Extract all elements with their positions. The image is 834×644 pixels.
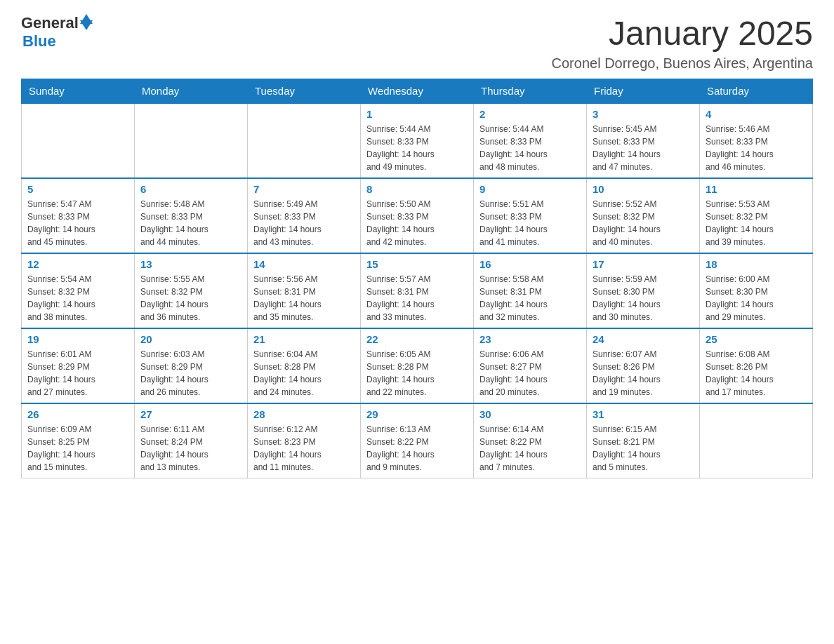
- day-number: 16: [479, 258, 581, 270]
- logo-general-text: General: [21, 14, 79, 32]
- calendar-cell: 9Sunrise: 5:51 AMSunset: 8:33 PMDaylight…: [474, 178, 587, 253]
- day-of-week-saturday: Saturday: [700, 79, 813, 104]
- day-of-week-tuesday: Tuesday: [248, 79, 361, 104]
- calendar-cell: [700, 403, 813, 478]
- day-number: 2: [479, 108, 581, 120]
- calendar-cell: 3Sunrise: 5:45 AMSunset: 8:33 PMDaylight…: [587, 103, 700, 178]
- days-of-week-row: SundayMondayTuesdayWednesdayThursdayFrid…: [22, 79, 813, 104]
- day-number: 21: [253, 333, 355, 345]
- day-info: Sunrise: 6:05 AMSunset: 8:28 PMDaylight:…: [366, 348, 468, 398]
- day-number: 19: [27, 333, 128, 345]
- calendar-table: SundayMondayTuesdayWednesdayThursdayFrid…: [21, 79, 813, 478]
- calendar-cell: 25Sunrise: 6:08 AMSunset: 8:26 PMDayligh…: [700, 328, 813, 403]
- calendar-cell: [248, 103, 361, 178]
- day-info: Sunrise: 5:57 AMSunset: 8:31 PMDaylight:…: [366, 273, 468, 323]
- day-of-week-thursday: Thursday: [474, 79, 587, 104]
- day-number: 31: [593, 408, 694, 420]
- day-info: Sunrise: 6:15 AMSunset: 8:21 PMDaylight:…: [593, 423, 694, 474]
- day-number: 3: [593, 108, 694, 120]
- calendar-week-1: 1Sunrise: 5:44 AMSunset: 8:33 PMDaylight…: [22, 103, 813, 178]
- day-info: Sunrise: 5:58 AMSunset: 8:31 PMDaylight:…: [479, 273, 581, 323]
- day-number: 15: [366, 258, 468, 270]
- day-number: 27: [140, 408, 241, 420]
- day-info: Sunrise: 5:46 AMSunset: 8:33 PMDaylight:…: [706, 123, 807, 173]
- calendar-cell: 27Sunrise: 6:11 AMSunset: 8:24 PMDayligh…: [135, 403, 248, 478]
- calendar-cell: 22Sunrise: 6:05 AMSunset: 8:28 PMDayligh…: [361, 328, 474, 403]
- day-number: 4: [706, 108, 807, 120]
- title-area: January 2025 Coronel Dorrego, Buenos Air…: [552, 14, 813, 72]
- calendar-week-3: 12Sunrise: 5:54 AMSunset: 8:32 PMDayligh…: [22, 253, 813, 328]
- day-info: Sunrise: 5:44 AMSunset: 8:33 PMDaylight:…: [479, 123, 581, 173]
- calendar-cell: 14Sunrise: 5:56 AMSunset: 8:31 PMDayligh…: [248, 253, 361, 328]
- day-number: 29: [366, 408, 468, 420]
- calendar-week-4: 19Sunrise: 6:01 AMSunset: 8:29 PMDayligh…: [22, 328, 813, 403]
- day-number: 6: [140, 183, 241, 195]
- day-info: Sunrise: 6:13 AMSunset: 8:22 PMDaylight:…: [366, 423, 468, 474]
- calendar-week-2: 5Sunrise: 5:47 AMSunset: 8:33 PMDaylight…: [22, 178, 813, 253]
- calendar-cell: 7Sunrise: 5:49 AMSunset: 8:33 PMDaylight…: [248, 178, 361, 253]
- calendar-cell: 6Sunrise: 5:48 AMSunset: 8:33 PMDaylight…: [135, 178, 248, 253]
- calendar-cell: 29Sunrise: 6:13 AMSunset: 8:22 PMDayligh…: [361, 403, 474, 478]
- day-of-week-friday: Friday: [587, 79, 700, 104]
- day-of-week-monday: Monday: [135, 79, 248, 104]
- day-number: 8: [366, 183, 468, 195]
- month-title: January 2025: [552, 14, 813, 53]
- day-info: Sunrise: 6:03 AMSunset: 8:29 PMDaylight:…: [140, 348, 241, 398]
- day-info: Sunrise: 6:06 AMSunset: 8:27 PMDaylight:…: [479, 348, 581, 398]
- day-number: 7: [253, 183, 355, 195]
- day-of-week-sunday: Sunday: [22, 79, 135, 104]
- calendar-body: 1Sunrise: 5:44 AMSunset: 8:33 PMDaylight…: [22, 103, 813, 478]
- day-info: Sunrise: 6:01 AMSunset: 8:29 PMDaylight:…: [27, 348, 128, 398]
- day-info: Sunrise: 5:51 AMSunset: 8:33 PMDaylight:…: [479, 198, 581, 248]
- day-info: Sunrise: 5:53 AMSunset: 8:32 PMDaylight:…: [706, 198, 807, 248]
- calendar-cell: 26Sunrise: 6:09 AMSunset: 8:25 PMDayligh…: [22, 403, 135, 478]
- calendar-cell: 16Sunrise: 5:58 AMSunset: 8:31 PMDayligh…: [474, 253, 587, 328]
- calendar-week-5: 26Sunrise: 6:09 AMSunset: 8:25 PMDayligh…: [22, 403, 813, 478]
- day-number: 17: [593, 258, 694, 270]
- day-number: 28: [253, 408, 355, 420]
- day-info: Sunrise: 6:04 AMSunset: 8:28 PMDaylight:…: [253, 348, 355, 398]
- calendar-cell: 24Sunrise: 6:07 AMSunset: 8:26 PMDayligh…: [587, 328, 700, 403]
- logo-blue-text: Blue: [22, 32, 56, 51]
- calendar-cell: 15Sunrise: 5:57 AMSunset: 8:31 PMDayligh…: [361, 253, 474, 328]
- calendar-cell: 17Sunrise: 5:59 AMSunset: 8:30 PMDayligh…: [587, 253, 700, 328]
- day-info: Sunrise: 6:09 AMSunset: 8:25 PMDaylight:…: [27, 423, 128, 474]
- page-header: General Blue January 2025 Coronel Dorreg…: [21, 14, 813, 72]
- day-info: Sunrise: 5:50 AMSunset: 8:33 PMDaylight:…: [366, 198, 468, 248]
- day-info: Sunrise: 5:49 AMSunset: 8:33 PMDaylight:…: [253, 198, 355, 248]
- calendar-cell: 23Sunrise: 6:06 AMSunset: 8:27 PMDayligh…: [474, 328, 587, 403]
- calendar-cell: 4Sunrise: 5:46 AMSunset: 8:33 PMDaylight…: [700, 103, 813, 178]
- calendar-cell: 13Sunrise: 5:55 AMSunset: 8:32 PMDayligh…: [135, 253, 248, 328]
- calendar-cell: 10Sunrise: 5:52 AMSunset: 8:32 PMDayligh…: [587, 178, 700, 253]
- day-number: 11: [706, 183, 807, 195]
- day-info: Sunrise: 6:11 AMSunset: 8:24 PMDaylight:…: [140, 423, 241, 474]
- calendar-cell: 30Sunrise: 6:14 AMSunset: 8:22 PMDayligh…: [474, 403, 587, 478]
- calendar-cell: 11Sunrise: 5:53 AMSunset: 8:32 PMDayligh…: [700, 178, 813, 253]
- day-info: Sunrise: 6:08 AMSunset: 8:26 PMDaylight:…: [706, 348, 807, 398]
- day-info: Sunrise: 5:59 AMSunset: 8:30 PMDaylight:…: [593, 273, 694, 323]
- location-subtitle: Coronel Dorrego, Buenos Aires, Argentina: [552, 55, 813, 72]
- calendar-cell: 21Sunrise: 6:04 AMSunset: 8:28 PMDayligh…: [248, 328, 361, 403]
- day-number: 1: [366, 108, 468, 120]
- day-info: Sunrise: 5:56 AMSunset: 8:31 PMDaylight:…: [253, 273, 355, 323]
- day-number: 25: [706, 333, 807, 345]
- day-info: Sunrise: 6:12 AMSunset: 8:23 PMDaylight:…: [253, 423, 355, 474]
- day-number: 13: [140, 258, 241, 270]
- calendar-cell: 31Sunrise: 6:15 AMSunset: 8:21 PMDayligh…: [587, 403, 700, 478]
- calendar-cell: 18Sunrise: 6:00 AMSunset: 8:30 PMDayligh…: [700, 253, 813, 328]
- day-number: 24: [593, 333, 694, 345]
- calendar-cell: [135, 103, 248, 178]
- day-number: 20: [140, 333, 241, 345]
- day-info: Sunrise: 5:52 AMSunset: 8:32 PMDaylight:…: [593, 198, 694, 248]
- day-info: Sunrise: 5:45 AMSunset: 8:33 PMDaylight:…: [593, 123, 694, 173]
- day-number: 14: [253, 258, 355, 270]
- day-info: Sunrise: 5:47 AMSunset: 8:33 PMDaylight:…: [27, 198, 128, 248]
- calendar-cell: 1Sunrise: 5:44 AMSunset: 8:33 PMDaylight…: [361, 103, 474, 178]
- day-info: Sunrise: 5:48 AMSunset: 8:33 PMDaylight:…: [140, 198, 241, 248]
- day-number: 30: [479, 408, 581, 420]
- calendar-cell: 5Sunrise: 5:47 AMSunset: 8:33 PMDaylight…: [22, 178, 135, 253]
- calendar-cell: 8Sunrise: 5:50 AMSunset: 8:33 PMDaylight…: [361, 178, 474, 253]
- day-number: 12: [27, 258, 128, 270]
- day-number: 18: [706, 258, 807, 270]
- day-number: 26: [27, 408, 128, 420]
